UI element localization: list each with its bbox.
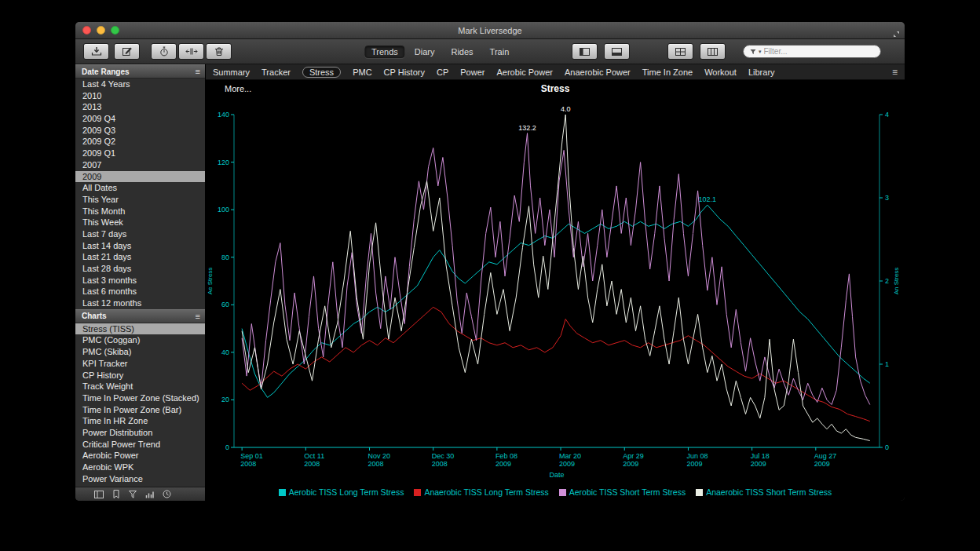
x-tick-label: Jul 18 bbox=[751, 452, 770, 460]
stress-chart[interactable]: Sep 012008Oct 112008Nov 202008Dec 302008… bbox=[206, 97, 905, 483]
date-range-2009-q2[interactable]: 2009 Q2 bbox=[75, 136, 205, 148]
chart-item-time-in-power-zone-bar[interactable]: Time In Power Zone (Bar) bbox=[75, 404, 205, 416]
legend-label: Aerobic TISS Long Term Stress bbox=[289, 487, 404, 497]
legend-swatch bbox=[696, 489, 703, 496]
clock-icon[interactable] bbox=[163, 490, 171, 498]
y-tick-label: 60 bbox=[221, 301, 229, 308]
filter-input[interactable] bbox=[764, 47, 874, 56]
legend-anaerobic-tiss-short-term-stress: Anaerobic TISS Short Term Stress bbox=[696, 487, 832, 497]
tile-view-button[interactable] bbox=[667, 43, 693, 60]
x-tick-label: 2009 bbox=[495, 460, 511, 468]
date-range-2009-q4[interactable]: 2009 Q4 bbox=[75, 113, 205, 125]
compose-button[interactable] bbox=[114, 43, 140, 60]
date-range-last-12-months[interactable]: Last 12 months bbox=[75, 297, 205, 309]
menu-icon[interactable]: ≡ bbox=[196, 67, 200, 76]
panel-icon[interactable] bbox=[94, 491, 104, 498]
tab-aerobic-power[interactable]: Aerobic Power bbox=[496, 68, 553, 77]
chart-item-power-variance[interactable]: Power Variance bbox=[75, 473, 205, 485]
tab-library[interactable]: Library bbox=[748, 68, 775, 77]
chart-item-pmc-skiba[interactable]: PMC (Skiba) bbox=[75, 346, 205, 358]
sidebar-toggle-button[interactable] bbox=[572, 43, 598, 60]
legend-aerobic-tiss-long-term-stress: Aerobic TISS Long Term Stress bbox=[279, 487, 404, 497]
legend-swatch bbox=[279, 489, 286, 496]
date-range-last-4-years[interactable]: Last 4 Years bbox=[75, 78, 205, 90]
titlebar[interactable]: Mark Liversedge bbox=[75, 22, 905, 39]
date-range-2007[interactable]: 2007 bbox=[75, 159, 205, 171]
date-range-last-28-days[interactable]: Last 28 days bbox=[75, 263, 205, 275]
x-tick-label: Feb 08 bbox=[495, 452, 517, 460]
date-ranges-list: Last 4 Years201020132009 Q42009 Q32009 Q… bbox=[75, 78, 205, 309]
left-axis-label: Ae Stress bbox=[207, 268, 214, 295]
bookmark-icon[interactable] bbox=[112, 490, 120, 498]
tab-tracker[interactable]: Tracker bbox=[261, 68, 291, 77]
tab-time-in-zone[interactable]: Time In Zone bbox=[642, 68, 693, 77]
legend-anaerobic-tiss-long-term-stress: Anaerobic TISS Long Term Stress bbox=[414, 487, 548, 497]
zoom-button[interactable] bbox=[111, 26, 119, 35]
main-area: SummaryTrackerStressPMCCP HistoryCPPower… bbox=[206, 64, 905, 501]
tab-anaerobic-power[interactable]: Anaerobic Power bbox=[565, 68, 631, 77]
legend-label: Anaerobic TISS Long Term Stress bbox=[424, 487, 548, 497]
date-range-2009-q1[interactable]: 2009 Q1 bbox=[75, 148, 205, 159]
chart-item-aerobic-wpk[interactable]: Aerobic WPK bbox=[75, 462, 205, 473]
layout-view-button[interactable] bbox=[700, 43, 726, 60]
traffic-lights bbox=[82, 26, 119, 35]
menu-icon[interactable]: ≡ bbox=[196, 312, 200, 321]
date-range-all-dates[interactable]: All Dates bbox=[75, 182, 205, 194]
charts-header[interactable]: Charts ≡ bbox=[75, 309, 205, 323]
date-range-last-14-days[interactable]: Last 14 days bbox=[75, 240, 205, 252]
chart-icon[interactable] bbox=[145, 491, 154, 498]
annotation-102-1: 102.1 bbox=[699, 195, 717, 203]
chart-item-stress-tiss[interactable]: Stress (TISS) bbox=[75, 323, 205, 335]
date-range-2009[interactable]: 2009 bbox=[75, 171, 205, 183]
tab-pmc[interactable]: PMC bbox=[353, 68, 371, 77]
tab-stress[interactable]: Stress bbox=[302, 67, 341, 78]
date-range-2010[interactable]: 2010 bbox=[75, 90, 205, 102]
chart-legend: Aerobic TISS Long Term StressAnaerobic T… bbox=[206, 483, 905, 501]
annotation-4-0: 4.0 bbox=[561, 105, 571, 113]
tab-workout[interactable]: Workout bbox=[704, 68, 737, 77]
date-ranges-header[interactable]: Date Ranges ≡ bbox=[75, 64, 205, 78]
chart-item-time-in-hr-zone[interactable]: Time In HR Zone bbox=[75, 415, 205, 427]
filter-icon[interactable] bbox=[129, 491, 137, 498]
filter-field[interactable]: ▾ bbox=[743, 45, 881, 58]
date-range-last-7-days[interactable]: Last 7 days bbox=[75, 228, 205, 240]
stopwatch-button[interactable] bbox=[151, 43, 177, 60]
date-range-last-6-months[interactable]: Last 6 months bbox=[75, 286, 205, 297]
close-button[interactable] bbox=[82, 26, 91, 35]
chart-item-track-weight[interactable]: Track Weight bbox=[75, 381, 205, 392]
x-tick-label: 2009 bbox=[751, 460, 766, 468]
intervals-button[interactable] bbox=[178, 43, 204, 60]
y-tick-label: 0 bbox=[225, 443, 229, 451]
view-tab-rides[interactable]: Rides bbox=[444, 46, 480, 58]
tab-cp-history[interactable]: CP History bbox=[384, 68, 425, 77]
y2-tick-label: 1 bbox=[885, 360, 889, 368]
chart-item-cp-history[interactable]: CP History bbox=[75, 370, 205, 381]
date-range-this-week[interactable]: This Week bbox=[75, 217, 205, 228]
charts-list: Stress (TISS)PMC (Coggan)PMC (Skiba)KPI … bbox=[75, 323, 205, 487]
chart-item-time-in-power-zone-stacked[interactable]: Time In Power Zone (Stacked) bbox=[75, 392, 205, 404]
chart-item-aerobic-power[interactable]: Aerobic Power bbox=[75, 450, 205, 462]
chart-item-power-distribution[interactable]: Power Distribution bbox=[75, 427, 205, 439]
trash-button[interactable] bbox=[206, 43, 232, 60]
x-tick-label: Aug 27 bbox=[814, 452, 837, 460]
tab-power[interactable]: Power bbox=[460, 68, 485, 77]
chart-item-kpi-tracker[interactable]: KPI Tracker bbox=[75, 358, 205, 370]
tab-cp[interactable]: CP bbox=[437, 68, 448, 77]
date-range-last-3-months[interactable]: Last 3 months bbox=[75, 275, 205, 286]
minimize-button[interactable] bbox=[97, 26, 105, 35]
chart-item-pmc-coggan[interactable]: PMC (Coggan) bbox=[75, 334, 205, 346]
date-range-this-month[interactable]: This Month bbox=[75, 206, 205, 217]
lowbar-toggle-button[interactable] bbox=[604, 43, 630, 60]
date-range-last-21-days[interactable]: Last 21 days bbox=[75, 251, 205, 263]
date-range-this-year[interactable]: This Year bbox=[75, 194, 205, 206]
date-range-2009-q3[interactable]: 2009 Q3 bbox=[75, 125, 205, 137]
chart-item-critical-power-trend[interactable]: Critical Power Trend bbox=[75, 439, 205, 451]
date-range-2013[interactable]: 2013 bbox=[75, 101, 205, 113]
view-tab-diary[interactable]: Diary bbox=[408, 46, 442, 58]
download-button[interactable] bbox=[83, 43, 109, 60]
view-tab-trends[interactable]: Trends bbox=[364, 46, 405, 58]
tabbar-menu-icon[interactable]: ≡ bbox=[892, 67, 898, 78]
x-tick-label: Apr 29 bbox=[623, 452, 644, 460]
view-tab-train[interactable]: Train bbox=[483, 46, 517, 58]
tab-summary[interactable]: Summary bbox=[213, 68, 250, 77]
